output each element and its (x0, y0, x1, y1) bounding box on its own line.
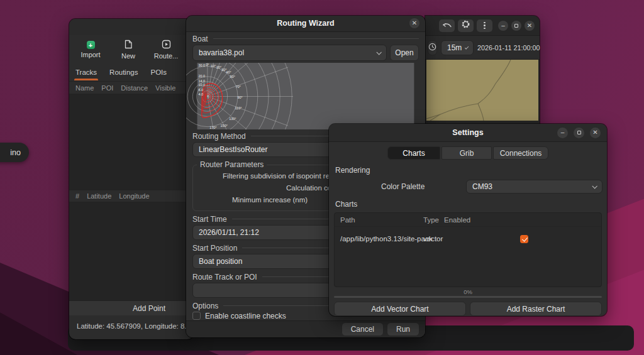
router-parameters-label: Router Parameters (197, 160, 267, 169)
svg-text:50°: 50° (230, 74, 235, 78)
svg-text:40°: 40° (226, 70, 231, 74)
add-point-button[interactable]: Add Point (69, 300, 194, 315)
tab-tracks[interactable]: Tracks (69, 65, 103, 80)
tab-connections[interactable]: Connections (493, 146, 548, 160)
map-titlebar[interactable]: – ✕ (425, 16, 540, 36)
point-list[interactable] (69, 202, 194, 300)
wizard-action-bar: Cancel Run (186, 320, 425, 337)
route-label: Route... (154, 52, 179, 60)
map-settings-button[interactable] (458, 19, 474, 32)
wizard-close-button[interactable]: ✕ (409, 18, 419, 28)
track-list[interactable] (69, 94, 194, 190)
maximize-icon (514, 24, 518, 28)
open-button[interactable]: Open (390, 45, 419, 61)
charts-table[interactable]: Path Type Enabled /app/lib/python3.13/si… (334, 212, 602, 287)
tab-charts[interactable]: Charts (387, 146, 440, 160)
minimize-icon: – (501, 23, 505, 29)
svg-text:110°: 110° (235, 106, 242, 110)
import-label: Import (80, 51, 100, 58)
minimize-icon: – (561, 129, 565, 136)
map-window: – ✕ 15m 2026-01-11 21:00:00 (425, 16, 540, 124)
param-min-increase-label: Minimum increase (nm) (232, 196, 308, 204)
svg-text:20°: 20° (216, 65, 221, 69)
boat-combobox[interactable]: bavaria38.pol (192, 45, 387, 61)
svg-text:6.0: 6.0 (198, 88, 203, 92)
new-button[interactable]: New (109, 40, 147, 60)
track-table-header: Name POI Distance Visible (69, 82, 194, 94)
settings-close-button[interactable]: ✕ (590, 128, 601, 138)
col-distance: Distance (121, 84, 148, 92)
route-play-icon (162, 40, 171, 50)
settings-window: Settings – ✕ Charts Grib Connections Ren… (329, 124, 607, 316)
new-file-icon (124, 40, 133, 50)
col-visible: Visible (155, 84, 175, 92)
svg-text:14.0: 14.0 (198, 79, 205, 82)
track-manager-titlebar[interactable] (69, 19, 194, 35)
boat-section-label: Boat (192, 35, 419, 43)
map-menu-button[interactable] (477, 19, 492, 32)
cancel-button[interactable]: Cancel (341, 322, 384, 336)
interval-dropdown[interactable]: 15m (441, 40, 474, 55)
tab-routings[interactable]: Routings (103, 65, 144, 80)
col-type: Type (423, 216, 444, 224)
col-longitude: Longitude (119, 192, 149, 200)
col-latitude: Latitude (87, 192, 111, 200)
add-raster-chart-button[interactable]: Add Raster Chart (470, 302, 602, 316)
add-vector-chart-button[interactable]: Add Vector Chart (334, 302, 466, 316)
col-path: Path (335, 216, 423, 224)
route-tool-button[interactable] (439, 19, 455, 32)
run-button[interactable]: Run (387, 322, 419, 336)
settings-maximize-button[interactable] (574, 128, 584, 138)
svg-text:70°: 70° (236, 84, 241, 88)
charts-table-header: Path Type Enabled (335, 213, 601, 227)
map-canvas[interactable] (426, 60, 538, 121)
col-num: # (75, 192, 79, 200)
status-bar: Latitude: 45.567909, Longitude: 8.2177 (69, 315, 194, 337)
map-close-button[interactable]: ✕ (525, 21, 535, 31)
chart-path-cell: /app/lib/python3.13/site-pack (335, 235, 423, 243)
chart-table-row[interactable]: /app/lib/python3.13/site-pack vector (335, 232, 601, 246)
map-maximize-button[interactable] (511, 21, 521, 31)
route-button[interactable]: Route... (147, 40, 185, 60)
import-button[interactable]: + Import (72, 41, 109, 58)
rendering-label: Rendering (335, 166, 607, 175)
color-palette-dropdown[interactable]: CM93 (466, 180, 602, 194)
wizard-title: Routing Wizard (186, 19, 425, 28)
chart-enabled-checkbox[interactable] (520, 235, 528, 243)
svg-text:130°: 130° (229, 116, 236, 120)
chevron-down-icon (465, 45, 469, 49)
chart-type-cell: vector (423, 235, 444, 243)
settings-tabs: Charts Grib Connections (329, 146, 607, 160)
svg-text:90°: 90° (238, 96, 243, 99)
chart-progress: 0% (334, 288, 602, 298)
coastline-checkbox[interactable] (192, 312, 201, 320)
map-timestamp: 2026-01-11 21:00:00 (477, 44, 540, 52)
chevron-down-icon (376, 50, 381, 55)
maximize-icon (577, 131, 581, 134)
tab-pois[interactable]: POIs (144, 65, 173, 80)
col-name: Name (75, 84, 94, 92)
dock-tooltip: ino (0, 143, 29, 162)
svg-text:150°: 150° (221, 123, 228, 127)
cursor-position-text: Latitude: 45.567909, Longitude: 8.2177 (77, 322, 194, 330)
time-button[interactable] (428, 40, 437, 55)
col-poi: POI (101, 84, 113, 92)
point-table-header: # Latitude Longitude (69, 190, 194, 202)
wizard-titlebar[interactable]: Routing Wizard ✕ (186, 16, 425, 32)
boat-section: Boat bavaria38.pol Open (186, 32, 425, 61)
svg-text:30.0: 30.0 (198, 63, 205, 67)
kebab-menu-icon (484, 22, 485, 29)
svg-text:0°: 0° (206, 63, 209, 67)
gear-icon (461, 19, 470, 31)
svg-text:4.0: 4.0 (198, 92, 203, 96)
track-toolbar: + Import New Route... (69, 35, 194, 64)
tab-grib[interactable]: Grib (441, 146, 492, 160)
map-minimize-button[interactable]: – (498, 21, 508, 31)
track-tabs: Tracks Routings POIs (69, 64, 194, 82)
coastline-checkbox-label: Enable coastline checks (205, 312, 286, 320)
settings-titlebar[interactable]: Settings – ✕ (329, 124, 607, 142)
close-icon: ✕ (592, 129, 597, 136)
polar-chart: 30.0 20.0 14.0 10.0 6.0 4.0 0° 10° 20° 3… (186, 63, 425, 129)
settings-minimize-button[interactable]: – (557, 128, 568, 138)
svg-text:20.0: 20.0 (198, 74, 205, 77)
